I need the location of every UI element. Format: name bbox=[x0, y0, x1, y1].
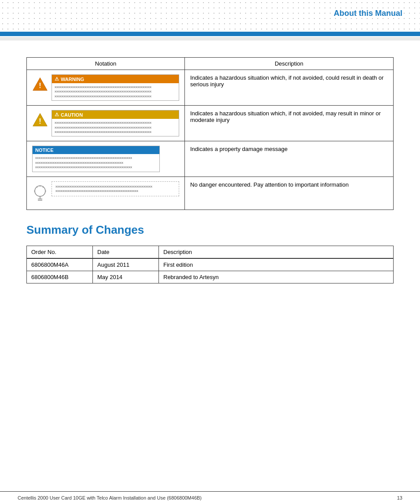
desc-1: First edition bbox=[159, 258, 394, 271]
table-row: 6806800M46B May 2014 Rebranded to Artesy… bbox=[27, 271, 394, 283]
changes-table: Order No. Date Description 6806800M46A A… bbox=[26, 246, 394, 283]
order-no-1: 6806800M46A bbox=[27, 258, 93, 271]
warning-content: xxxxxxxxxxxxxxxxxxxxxxxxxxxxxxxxxxxxxxxx… bbox=[52, 83, 179, 100]
date-1: August 2011 bbox=[93, 258, 159, 271]
notice-x-line2: xxxxxxxxxxxxxxxxxxxxxxxxxxxxxxxxxxxxxxxx… bbox=[35, 161, 157, 165]
page-number: 13 bbox=[397, 495, 402, 500]
page-footer: Centellis 2000 User Card 10GE with Telco… bbox=[0, 491, 420, 504]
summary-section-title: Summary of Changes bbox=[26, 223, 394, 237]
warning-notation-cell: ! ⚠ WARNING xxxxxxxxxxxxxxxxxxxxxxxxxxxx… bbox=[27, 70, 185, 106]
notice-x-line3: xxxxxxxxxxxxxxxxxxxxxxxxxxxxxxxxxxxxxxxx… bbox=[35, 165, 157, 169]
notice-description: Indicates a property damage message bbox=[185, 141, 394, 177]
notice-box: NOTICE xxxxxxxxxxxxxxxxxxxxxxxxxxxxxxxxx… bbox=[32, 146, 160, 172]
notice-x-line1: xxxxxxxxxxxxxxxxxxxxxxxxxxxxxxxxxxxxxxxx… bbox=[35, 156, 157, 160]
caution-notation-content: ! ⚠ CAUTION xxxxxxxxxxxxxxxxxxxxxxxxxxxx… bbox=[32, 110, 179, 136]
header-blue-bar bbox=[0, 32, 420, 36]
tip-description: No danger encountered. Pay attention to … bbox=[185, 177, 394, 210]
caution-notation-cell: ! ⚠ CAUTION xxxxxxxxxxxxxxxxxxxxxxxxxxxx… bbox=[27, 106, 185, 141]
tip-x-line2: xxxxxxxxxxxxxxxxxxxxxxxxxxxxxxxxxxxxxxxx… bbox=[55, 189, 175, 193]
notice-notation-cell: NOTICE xxxxxxxxxxxxxxxxxxxxxxxxxxxxxxxxx… bbox=[27, 141, 185, 177]
svg-point-4 bbox=[35, 186, 45, 196]
svg-text:!: ! bbox=[39, 117, 41, 125]
notice-content: xxxxxxxxxxxxxxxxxxxxxxxxxxxxxxxxxxxxxxxx… bbox=[33, 154, 159, 171]
tip-notation-content: xxxxxxxxxxxxxxxxxxxxxxxxxxxxxxxxxxxxxxxx… bbox=[32, 181, 179, 205]
caution-content: xxxxxxxxxxxxxxxxxxxxxxxxxxxxxxxxxxxxxxxx… bbox=[52, 119, 179, 136]
notice-header: NOTICE bbox=[33, 146, 159, 154]
lightbulb-icon bbox=[32, 183, 48, 205]
table-row: ! ⚠ CAUTION xxxxxxxxxxxxxxxxxxxxxxxxxxxx… bbox=[27, 106, 394, 141]
warning-x-line1: xxxxxxxxxxxxxxxxxxxxxxxxxxxxxxxxxxxxxxxx… bbox=[55, 85, 176, 89]
caution-label: CAUTION bbox=[61, 112, 83, 118]
caution-description: Indicates a hazardous situation which, i… bbox=[185, 106, 394, 141]
order-col-header: Order No. bbox=[27, 246, 93, 258]
main-content: Notation Description ! ⚠ W bbox=[0, 44, 420, 292]
page-title: About this Manual bbox=[334, 9, 402, 18]
svg-text:!: ! bbox=[39, 81, 41, 89]
table-row: xxxxxxxxxxxxxxxxxxxxxxxxxxxxxxxxxxxxxxxx… bbox=[27, 177, 394, 210]
warning-label: WARNING bbox=[61, 77, 84, 82]
notice-label: NOTICE bbox=[35, 147, 54, 153]
warning-x-line2: xxxxxxxxxxxxxxxxxxxxxxxxxxxxxxxxxxxxxxxx… bbox=[55, 89, 176, 94]
caution-header: ⚠ CAUTION bbox=[52, 110, 179, 119]
table-row: 6806800M46A August 2011 First edition bbox=[27, 258, 394, 271]
tip-notation-cell: xxxxxxxxxxxxxxxxxxxxxxxxxxxxxxxxxxxxxxxx… bbox=[27, 177, 185, 210]
caution-x-line1: xxxxxxxxxxxxxxxxxxxxxxxxxxxxxxxxxxxxxxxx… bbox=[55, 121, 176, 125]
caution-x-line2: xxxxxxxxxxxxxxxxxxxxxxxxxxxxxxxxxxxxxxxx… bbox=[55, 125, 176, 130]
caution-triangle-small: ⚠ bbox=[55, 112, 59, 118]
tip-x-line1: xxxxxxxxxxxxxxxxxxxxxxxxxxxxxxxxxxxxxxxx… bbox=[55, 184, 175, 189]
warning-triangle-small: ⚠ bbox=[55, 76, 59, 82]
table-row: NOTICE xxxxxxxxxxxxxxxxxxxxxxxxxxxxxxxxx… bbox=[27, 141, 394, 177]
warning-x-line3: xxxxxxxxxxxxxxxxxxxxxxxxxxxxxxxxxxxxxxxx… bbox=[55, 94, 176, 99]
caution-box: ⚠ CAUTION xxxxxxxxxxxxxxxxxxxxxxxxxxxxxx… bbox=[52, 110, 179, 136]
date-col-header: Date bbox=[93, 246, 159, 258]
warning-triangle-icon: ! bbox=[32, 76, 48, 92]
desc-2: Rebranded to Artesyn bbox=[159, 271, 394, 283]
warning-header: ⚠ WARNING bbox=[52, 75, 179, 83]
tip-box: xxxxxxxxxxxxxxxxxxxxxxxxxxxxxxxxxxxxxxxx… bbox=[52, 181, 179, 197]
header-gray-bar bbox=[0, 37, 420, 40]
changes-desc-col-header: Description bbox=[159, 246, 394, 258]
warning-description: Indicates a hazardous situation which, i… bbox=[185, 70, 394, 106]
footer-text: Centellis 2000 User Card 10GE with Telco… bbox=[18, 495, 202, 500]
notation-table: Notation Description ! ⚠ W bbox=[26, 57, 394, 210]
table-row: ! ⚠ WARNING xxxxxxxxxxxxxxxxxxxxxxxxxxxx… bbox=[27, 70, 394, 106]
warning-box: ⚠ WARNING xxxxxxxxxxxxxxxxxxxxxxxxxxxxxx… bbox=[52, 74, 179, 101]
order-no-2: 6806800M46B bbox=[27, 271, 93, 283]
caution-triangle-icon: ! bbox=[32, 112, 48, 128]
description-col-header: Description bbox=[185, 58, 394, 70]
warning-notation-content: ! ⚠ WARNING xxxxxxxxxxxxxxxxxxxxxxxxxxxx… bbox=[32, 74, 179, 101]
date-2: May 2014 bbox=[93, 271, 159, 283]
notation-col-header: Notation bbox=[27, 58, 185, 70]
caution-x-line3: xxxxxxxxxxxxxxxxxxxxxxxxxxxxxxxxxxxxxxxx… bbox=[55, 130, 176, 134]
page-header: About this Manual bbox=[0, 0, 420, 44]
